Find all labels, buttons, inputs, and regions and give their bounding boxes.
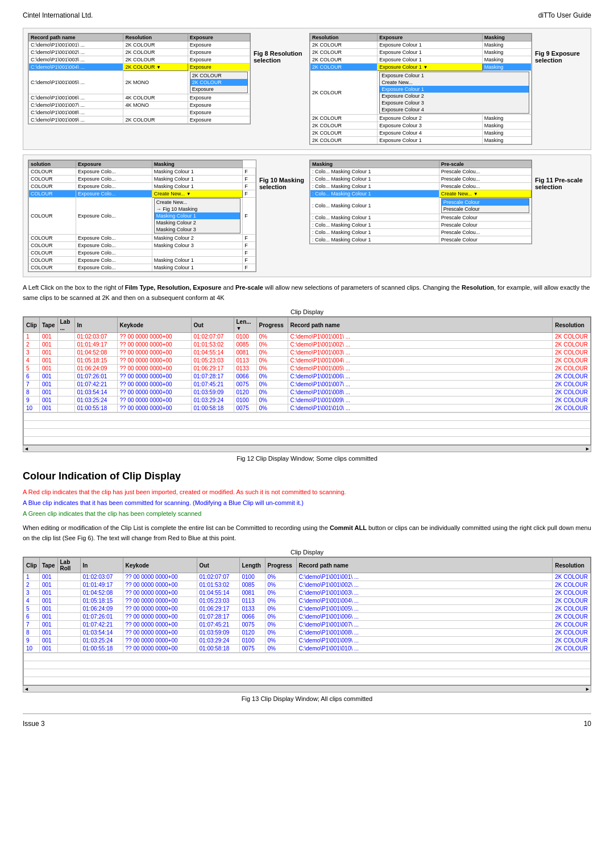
fig12-note: Fig 12 Clip Display Window; Some clips c… (23, 455, 591, 462)
page-footer: Issue 3 10 (23, 713, 591, 728)
blue-description: A Blue clip indicates that it has been c… (23, 498, 591, 508)
fig8-table-block: Record path name Resolution Exposure C:\… (28, 33, 251, 124)
red-description: A Red clip indicates that the clip has j… (23, 487, 591, 498)
table-row: 800101:03:54:14?? 00 0000 0000+0001:03:5… (24, 389, 591, 397)
table-row: 2K COLOUR Exposure Colour 1 ▼ Masking (310, 64, 532, 71)
table-row: COLOURExposure Colo...Masking Colour 1F (29, 183, 256, 190)
table-row: 300101:04:52:08?? 00 0000 0000+0001:04:5… (24, 349, 591, 357)
table-row: 200101:01:49:17?? 00 0000 0000+0001:01:5… (24, 581, 591, 589)
table-row: 2K COLOURExposure Colour 1Masking (310, 41, 532, 49)
table-row: 1000101:00:55:18?? 00 0000 0000+0001:00:… (24, 645, 591, 653)
fig9-table-block: Resolution Exposure Masking 2K COLOURExp… (309, 33, 532, 145)
fig10-caption: Fig 10 Maskingselection (259, 160, 305, 190)
fig8-container: Record path name Resolution Exposure C:\… (28, 33, 305, 145)
page-header: Cintel International Ltd. diTTo User Gui… (23, 11, 591, 19)
fig8-col-res: Resolution (123, 34, 188, 41)
fig9-container: Resolution Exposure Masking 2K COLOURExp… (309, 33, 586, 145)
table-row: 100101:02:03:07?? 00 0000 0000+0001:02:0… (24, 573, 591, 581)
colour-indication-heading: Colour Indication of Clip Display (23, 470, 591, 482)
table-row: 900101:03:25:24?? 00 0000 0000+0001:03:2… (24, 637, 591, 645)
table-row: C:\demo\P1\001\001\ ...2K COLOURExposure (29, 41, 250, 49)
table-row: 500101:06:24:09?? 00 0000 0000+0001:06:2… (24, 605, 591, 613)
table-row: 800101:03:54:14?? 00 0000 0000+0001:03:5… (24, 629, 591, 637)
table-row: 2K COLOUR Exposure Colour 1 Create New..… (310, 71, 532, 115)
fig11-col-mask: Masking (310, 161, 439, 168)
table-row: COLOURExposure Colo...Masking Colour 1F (29, 264, 256, 272)
table-row: 900101:03:25:24?? 00 0000 0000+0001:03:2… (24, 397, 591, 404)
table-row: 600101:07:26:01?? 00 0000 0000+0001:07:2… (24, 613, 591, 621)
table-row: 2K COLOURExposure Colour 4Masking (310, 130, 532, 137)
table-row: : Colo... Masking Colour 1Prescale Colou… (310, 222, 532, 229)
fig9-caption: Fig 9 Exposureselection (535, 33, 586, 64)
table-row: C:\demo\P1\001\008\ ...Exposure (29, 109, 250, 116)
table-row: 2K COLOURExposure Colour 1Masking (310, 49, 532, 56)
table-row: COLOURExposure Colo...Masking Colour 1F (29, 176, 256, 183)
table-row: COLOURExposure Colo...Masking Colour 2F (29, 235, 256, 242)
table-row: COLOURExposure Colo...Masking Colour 3F (29, 242, 256, 249)
table-row: COLOURExposure Colo...Masking Colour 1F (29, 257, 256, 264)
table-row: : Colo... Masking Colour 1Prescale Colou… (310, 229, 532, 236)
table-row: 1000101:00:55:18?? 00 0000 0000+0001:00:… (24, 404, 591, 412)
table-row: 2K COLOURExposure Colour 1Masking (310, 56, 532, 64)
fig10-col-sol: solution (29, 161, 76, 168)
table-row: : Colo... Masking Colour 1Prescale Colou… (310, 183, 532, 190)
fig10-container: solution Exposure Masking COLOURExposure… (28, 160, 305, 272)
fig9-col-mask: Masking (482, 34, 531, 41)
guide-title: diTTo User Guide (538, 11, 591, 19)
fig10-col-exp: Exposure (76, 161, 152, 168)
fig8-caption: Fig 8 Resolutionselection (254, 33, 305, 64)
fig13-title: Clip Display (23, 549, 591, 556)
fig13-section: Clip Display Clip Tape Lab Roll In Keyko… (23, 549, 591, 702)
table-row: 100101:02:03:07?? 00 0000 0000+0001:02:0… (24, 333, 591, 341)
table-row: C:\demo\P1\001\009\ ...2K COLOURExposure (29, 116, 250, 124)
table-row: C:\demo\P1\001\004\ ... 2K COLOUR ▼ Expo… (29, 64, 250, 71)
table-row: : Colo... Masking Colour 1Prescale Colou… (310, 214, 532, 222)
fig8-col-path: Record path name (29, 34, 123, 41)
fig12-section: Clip Display Clip Tape Lab ... In Keykod… (23, 308, 591, 462)
fig12-title: Clip Display (23, 308, 591, 315)
table-row: COLOURExposure Colo...Masking Colour 1F (29, 168, 256, 176)
issue-label: Issue 3 (23, 720, 45, 728)
fig9-col-res: Resolution (310, 34, 377, 41)
green-description: A Green clip indicates that the clip has… (23, 508, 591, 519)
fig11-container: Masking Pre-scale : Colo... Masking Colo… (309, 160, 586, 272)
fig13-note: Fig 13 Clip Display Window; All clips co… (23, 695, 591, 702)
fig11-table-block: Masking Pre-scale : Colo... Masking Colo… (309, 160, 532, 244)
commit-all-paragraph: When editing or modification of the Clip… (23, 523, 591, 543)
table-row: 700101:07:42:21?? 00 0000 0000+0001:07:4… (24, 621, 591, 629)
table-row: : Colo... Masking Colour 1Prescale Colou… (310, 168, 532, 176)
table-row: C:\demo\P1\001\003\ ...2K COLOURExposure (29, 56, 250, 64)
table-row: COLOUR Exposure Colo... Create New... ▼ … (29, 190, 256, 198)
table-row: COLOUR Exposure Colo... Create New... → … (29, 198, 256, 235)
fig9-col-exp: Exposure (377, 34, 482, 41)
table-row: 2K COLOURExposure Colour 3Masking (310, 122, 532, 130)
table-row: C:\demo\P1\001\007\ ...4K MONOExposure (29, 102, 250, 109)
fig11-caption: Fig 11 Pre-scaleselection (535, 160, 586, 190)
table-row: : Colo... Masking Colour 1 Create New...… (310, 190, 532, 198)
fig11-col-pre: Pre-scale (439, 161, 531, 168)
table-row: : Colo... Masking Colour 1Prescale Colou… (310, 176, 532, 183)
fig8-col-exp: Exposure (188, 34, 250, 41)
table-row: COLOURExposure Colo...F (29, 249, 256, 257)
table-row: 400101:05:18:15?? 00 0000 0000+0001:05:2… (24, 357, 591, 365)
fig10-col-mask: Masking (152, 161, 242, 168)
page-number: 10 (584, 720, 591, 728)
table-row: 600101:07:26:01?? 00 0000 0000+0001:07:2… (24, 373, 591, 381)
table-row: C:\demo\P1\001\002\ ...2K COLOURExposure (29, 49, 250, 56)
table-row: 2K COLOURExposure Colour 1Masking (310, 137, 532, 144)
table-row: C:\demo\P1\001\005\ ... 2K MONO 2K COLOU… (29, 71, 250, 94)
table-row: : Colo... Masking Colour 1 Prescale Colo… (310, 198, 532, 214)
company-name: Cintel International Ltd. (23, 11, 93, 19)
table-row: 2K COLOURExposure Colour 2Masking (310, 115, 532, 122)
table-row: 300101:04:52:08?? 00 0000 0000+0001:04:5… (24, 589, 591, 597)
table-row: 200101:01:49:17?? 00 0000 0000+0001:01:5… (24, 341, 591, 349)
table-row: 700101:07:42:21?? 00 0000 0000+0001:07:4… (24, 381, 591, 389)
table-row: : Colo... Masking Colour 1Prescale Colou… (310, 236, 532, 244)
description-paragraph: A Left Click on the box to the right of … (23, 283, 591, 303)
table-row: C:\demo\P1\001\006\ ...4K COLOURExposure (29, 94, 250, 102)
table-row: 400101:05:18:15?? 00 0000 0000+0001:05:2… (24, 597, 591, 605)
fig10-table-block: solution Exposure Masking COLOURExposure… (28, 160, 256, 272)
table-row: 500101:06:24:09?? 00 0000 0000+0001:06:2… (24, 365, 591, 373)
